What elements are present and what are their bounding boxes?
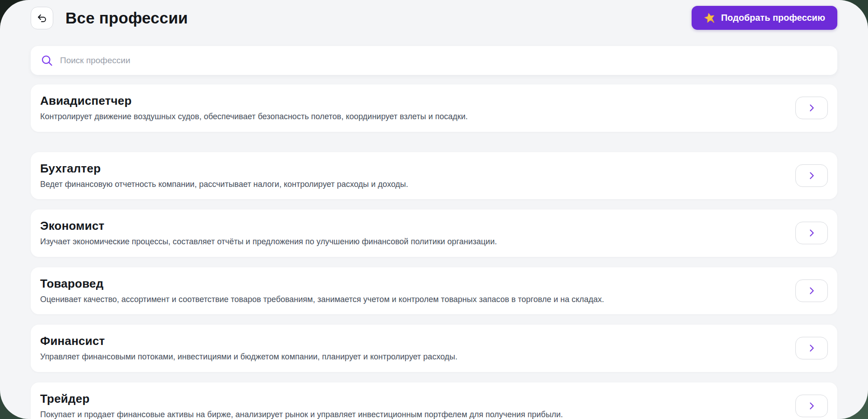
profession-description: Ведет финансовую отчетность компании, ра… (40, 179, 783, 190)
chevron-right-icon (807, 286, 817, 296)
profession-title: Трейдер (40, 392, 783, 406)
page-title: Все профессии (65, 9, 188, 27)
profession-description: Изучает экономические процессы, составля… (40, 237, 783, 247)
profession-description: Покупает и продает финансовые активы на … (40, 410, 783, 419)
back-button[interactable] (31, 7, 53, 29)
search-bar (31, 46, 837, 75)
chevron-right-icon (807, 103, 817, 113)
search-input[interactable] (60, 56, 827, 65)
open-profession-button[interactable] (795, 164, 828, 187)
profession-card[interactable]: Товаровед Оценивает качество, ассортимен… (31, 267, 837, 315)
search-icon (41, 54, 53, 67)
header: Все профессии Подобрать профессию (0, 0, 868, 30)
open-profession-button[interactable] (795, 395, 828, 417)
profession-description: Оценивает качество, ассортимент и соотве… (40, 294, 783, 305)
profession-description: Управляет финансовыми потоками, инвестиц… (40, 352, 783, 362)
profession-title: Финансист (40, 334, 783, 348)
chevron-right-icon (807, 171, 817, 181)
pick-profession-label: Подобрать профессию (721, 13, 825, 23)
star-wand-icon (704, 12, 716, 24)
profession-card[interactable]: Трейдер Покупает и продает финансовые ак… (31, 382, 837, 419)
profession-title: Экономист (40, 219, 783, 233)
profession-title: Товаровед (40, 277, 783, 291)
profession-title: Бухгалтер (40, 162, 783, 176)
profession-card[interactable]: Бухгалтер Ведет финансовую отчетность ко… (31, 152, 837, 200)
app-panel: Все профессии Подобрать профессию Авиади… (0, 0, 868, 419)
open-profession-button[interactable] (795, 337, 828, 359)
chevron-right-icon (807, 401, 817, 411)
profession-card[interactable]: Авиадиспетчер Контролирует движение возд… (31, 84, 837, 132)
professions-list: Авиадиспетчер Контролирует движение возд… (31, 84, 837, 419)
open-profession-button[interactable] (795, 97, 828, 119)
profession-title: Авиадиспетчер (40, 94, 783, 108)
undo-arrow-icon (37, 13, 47, 23)
profession-card[interactable]: Экономист Изучает экономические процессы… (31, 210, 837, 257)
profession-card[interactable]: Финансист Управляет финансовыми потоками… (31, 325, 837, 372)
chevron-right-icon (807, 228, 817, 238)
open-profession-button[interactable] (795, 279, 828, 302)
chevron-right-icon (807, 343, 817, 353)
profession-description: Контролирует движение воздушных судов, о… (40, 112, 783, 122)
pick-profession-button[interactable]: Подобрать профессию (692, 6, 837, 30)
open-profession-button[interactable] (795, 222, 828, 244)
